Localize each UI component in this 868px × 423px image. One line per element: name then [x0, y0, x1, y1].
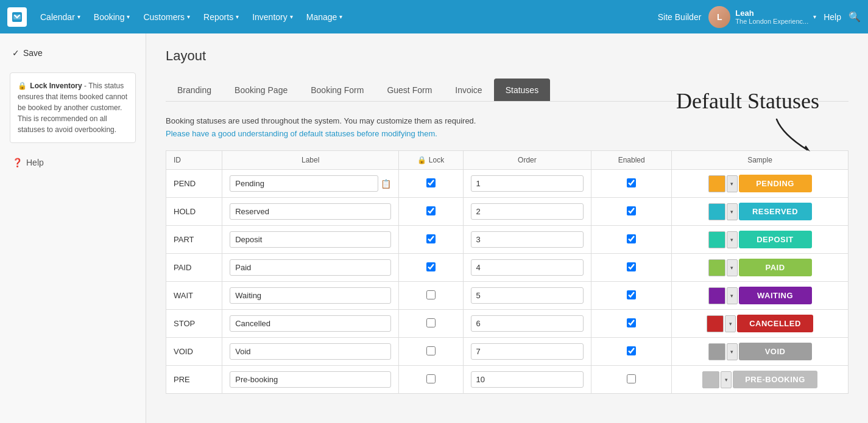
- color-swatch[interactable]: [708, 203, 725, 220]
- tab-booking-form[interactable]: Booking Form: [299, 79, 375, 101]
- status-sample-button[interactable]: WAITING: [739, 287, 812, 304]
- order-input[interactable]: [471, 175, 584, 192]
- help-link[interactable]: Help: [824, 12, 841, 22]
- table-row: PEND📋▾PENDING: [166, 170, 849, 198]
- label-input[interactable]: [230, 343, 391, 360]
- sidebar: ✓ Save 🔒 Lock Inventory - This status en…: [0, 33, 146, 423]
- tab-invoice[interactable]: Invoice: [443, 79, 493, 101]
- enabled-checkbox[interactable]: [627, 346, 636, 355]
- table-row: WAIT▾WAITING: [166, 282, 849, 310]
- color-swatch[interactable]: [707, 315, 724, 332]
- order-input[interactable]: [471, 287, 584, 304]
- status-label-cell: [222, 198, 399, 226]
- status-sample-button[interactable]: PAID: [739, 259, 812, 276]
- label-input[interactable]: [230, 175, 378, 192]
- status-sample-button[interactable]: RESERVED: [739, 203, 812, 220]
- lock-cell: [399, 310, 463, 338]
- color-dropdown-button[interactable]: ▾: [727, 287, 738, 304]
- color-swatch[interactable]: [708, 231, 725, 248]
- color-swatch[interactable]: [708, 287, 725, 304]
- nav-customers[interactable]: Customers ▾: [137, 9, 196, 26]
- color-dropdown-button[interactable]: ▾: [721, 371, 732, 388]
- nav-calendar[interactable]: Calendar ▾: [34, 9, 86, 26]
- enabled-checkbox[interactable]: [627, 262, 636, 271]
- status-id: PRE: [166, 366, 222, 394]
- question-icon: ❓: [12, 158, 23, 167]
- lock-checkbox[interactable]: [426, 290, 436, 299]
- sample-cell: ▾WAITING: [672, 282, 849, 310]
- checkmark-icon: ✓: [12, 48, 19, 58]
- nav-booking[interactable]: Booking ▾: [88, 9, 136, 26]
- nav-inventory[interactable]: Inventory ▾: [246, 9, 299, 26]
- lock-checkbox[interactable]: [426, 346, 436, 355]
- label-input[interactable]: [230, 203, 391, 220]
- help-sidebar-link[interactable]: ❓ Help: [0, 153, 146, 172]
- search-icon[interactable]: 🔍: [849, 11, 861, 23]
- nav-reports[interactable]: Reports ▾: [197, 9, 245, 26]
- color-swatch[interactable]: [702, 371, 719, 388]
- enabled-checkbox[interactable]: [627, 318, 636, 327]
- order-input[interactable]: [471, 371, 584, 388]
- site-builder-link[interactable]: Site Builder: [658, 12, 702, 22]
- lock-checkbox[interactable]: [426, 178, 436, 187]
- order-cell: [463, 366, 591, 394]
- status-sample-button[interactable]: CANCELLED: [737, 315, 813, 332]
- status-id: PAID: [166, 254, 222, 282]
- label-input[interactable]: [230, 259, 391, 276]
- tab-statuses[interactable]: Statuses: [494, 79, 550, 101]
- inventory-caret: ▾: [290, 13, 293, 20]
- status-sample-button[interactable]: VOID: [739, 343, 812, 360]
- status-sample-button[interactable]: DEPOSIT: [739, 231, 812, 248]
- logo[interactable]: [7, 7, 27, 27]
- order-input[interactable]: [471, 343, 584, 360]
- lock-cell: [399, 366, 463, 394]
- lock-checkbox[interactable]: [426, 234, 436, 243]
- color-dropdown-button[interactable]: ▾: [725, 315, 736, 332]
- enabled-checkbox[interactable]: [627, 234, 636, 243]
- label-input[interactable]: [230, 371, 391, 388]
- status-sample-button[interactable]: PENDING: [739, 175, 812, 192]
- label-input[interactable]: [230, 315, 391, 332]
- enabled-checkbox[interactable]: [627, 290, 636, 299]
- col-id: ID: [166, 151, 222, 170]
- sample-cell: ▾RESERVED: [672, 198, 849, 226]
- enabled-checkbox[interactable]: [627, 178, 636, 187]
- color-dropdown-button[interactable]: ▾: [727, 343, 738, 360]
- lock-checkbox[interactable]: [426, 206, 436, 215]
- color-dropdown-button[interactable]: ▾: [727, 259, 738, 276]
- status-sample-button[interactable]: PRE-BOOKING: [733, 371, 817, 388]
- status-id: WAIT: [166, 282, 222, 310]
- status-label-cell: [222, 254, 399, 282]
- lock-checkbox[interactable]: [426, 262, 436, 271]
- lock-checkbox[interactable]: [426, 374, 436, 383]
- color-swatch[interactable]: [708, 175, 725, 192]
- color-dropdown-button[interactable]: ▾: [727, 175, 738, 192]
- order-cell: [463, 282, 591, 310]
- user-menu[interactable]: L Leah The London Experienc... ▾: [708, 6, 816, 28]
- enabled-checkbox[interactable]: [627, 374, 636, 383]
- enabled-checkbox[interactable]: [627, 206, 636, 215]
- label-input[interactable]: [230, 231, 391, 248]
- lock-cell: [399, 338, 463, 366]
- lock-checkbox[interactable]: [426, 318, 436, 327]
- order-input[interactable]: [471, 231, 584, 248]
- tab-booking-page[interactable]: Booking Page: [223, 79, 299, 101]
- order-cell: [463, 198, 591, 226]
- color-swatch[interactable]: [708, 343, 725, 360]
- color-dropdown-button[interactable]: ▾: [727, 231, 738, 248]
- save-button[interactable]: ✓ Save: [0, 43, 146, 63]
- tab-guest-form[interactable]: Guest Form: [375, 79, 443, 101]
- info-link[interactable]: Please have a good understanding of defa…: [166, 129, 849, 138]
- color-dropdown-button[interactable]: ▾: [727, 203, 738, 220]
- order-input[interactable]: [471, 315, 584, 332]
- status-id: PEND: [166, 170, 222, 198]
- tab-branding[interactable]: Branding: [166, 79, 223, 101]
- topnav-right: Site Builder L Leah The London Experienc…: [658, 6, 861, 28]
- enabled-cell: [591, 338, 672, 366]
- order-input[interactable]: [471, 259, 584, 276]
- color-swatch[interactable]: [708, 259, 725, 276]
- order-input[interactable]: [471, 203, 584, 220]
- label-input[interactable]: [230, 287, 391, 304]
- status-label-cell: [222, 282, 399, 310]
- nav-manage[interactable]: Manage ▾: [300, 9, 349, 26]
